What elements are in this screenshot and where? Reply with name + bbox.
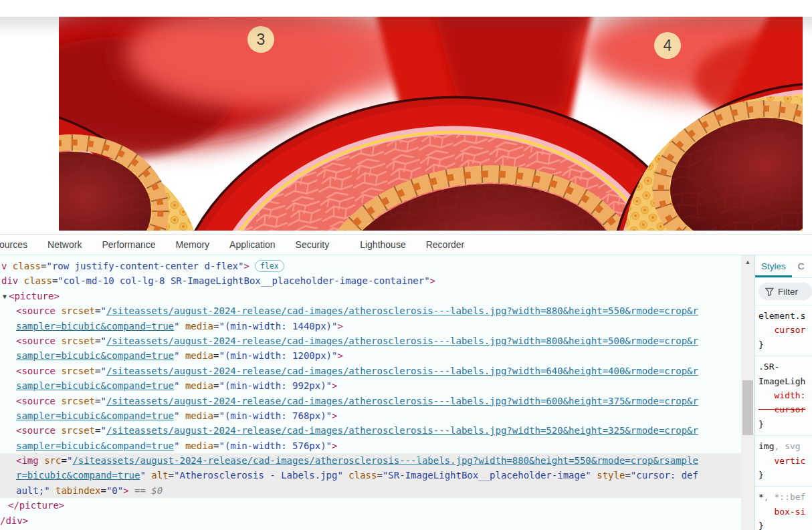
code-token: " (100, 336, 106, 346)
code-token: media (179, 440, 213, 451)
code-line-7[interactable]: sampler=bicubic&compand=true" media="(mi… (0, 348, 741, 363)
code-token: class (343, 470, 377, 481)
code-line-16[interactable]: ault;" tabindex="0"> == $0 (0, 483, 741, 498)
code-token: media (179, 410, 213, 421)
code-token: media (179, 321, 213, 332)
scrollbar-thumb[interactable] (742, 380, 753, 435)
code-line-10[interactable]: <source srcset="/siteassets/august-2024-… (0, 394, 741, 408)
code-line-14[interactable]: <img src="/siteassets/august-2024-releas… (0, 453, 741, 468)
code-line-6[interactable]: <source srcset="/siteassets/august-2024-… (0, 334, 741, 348)
code-token: sampler=bicubic&compand=true (16, 321, 174, 332)
devtools-tab-ources[interactable]: ources (0, 239, 37, 250)
code-token: = (377, 470, 382, 481)
code-token: style (591, 470, 625, 481)
styles-filter-input[interactable]: Filter (758, 283, 812, 300)
style-rule-4[interactable]: *, *::bef box-si} (755, 487, 812, 530)
code-token: $0 (151, 485, 163, 496)
code-token: src (39, 455, 62, 466)
code-token: <source (16, 396, 56, 406)
flex-badge[interactable]: flex (255, 260, 284, 272)
code-token: <source (16, 366, 56, 376)
style-rule-1[interactable]: element.s cursor} (755, 305, 812, 356)
styles-tabs: Styles C (755, 255, 812, 278)
code-line-2[interactable]: div class="col-md-10 col-lg-8 SR-ImageLi… (0, 273, 741, 288)
code-token: tabindex (50, 485, 101, 496)
style-token: } (758, 419, 764, 429)
webpage-viewport: 3 4 (0, 0, 812, 234)
code-line-8[interactable]: <source srcset="/siteassets/august-2024-… (0, 364, 741, 378)
code-token: == (129, 485, 152, 496)
style-token: element.s (758, 311, 805, 321)
code-token: > (123, 485, 128, 496)
devtools-tab-recorder[interactable]: Recorder (416, 239, 475, 250)
code-token: sampler=bicubic&compand=true (16, 410, 174, 421)
code-token: /div> (0, 515, 28, 526)
code-token: "cursor: def (631, 470, 698, 481)
style-rule-2[interactable]: .SR-ImageLigh width: cursor} (755, 356, 812, 436)
code-token: /siteassets/august-2024-release/cad-imag… (106, 425, 698, 436)
elements-scrollbar[interactable]: ▲ (741, 255, 754, 530)
elements-tree[interactable]: v class="row justify-content-center d-fl… (0, 255, 741, 530)
code-line-5[interactable]: sampler=bicubic&compand=true" media="(mi… (0, 319, 741, 334)
code-token: " (100, 396, 106, 406)
code-token: /siteassets/august-2024-release/cad-imag… (106, 305, 698, 316)
artery-label-3: 3 (247, 26, 274, 53)
code-token: "(min-width: 576px)" (219, 440, 332, 451)
devtools-tab-performance[interactable]: Performance (92, 239, 165, 250)
code-line-18[interactable]: /div> (0, 513, 741, 528)
code-token: "(min-width: 992px)" (219, 380, 332, 391)
atherosclerosis-illustration-image[interactable]: 3 4 (59, 17, 803, 231)
artery-graphic (59, 17, 803, 231)
code-token: > (332, 380, 337, 391)
code-line-17[interactable]: </picture> (0, 498, 741, 513)
code-token: media (179, 350, 213, 361)
code-line-15[interactable]: r=bicubic&compand=true" alt="Atheroscler… (0, 468, 741, 483)
devtools-tab-application[interactable]: Application (219, 239, 286, 250)
code-token: srcset (56, 366, 95, 376)
code-token: srcset (56, 336, 95, 346)
expand-arrow-icon[interactable]: ▼ (3, 293, 7, 300)
scroll-up-arrow-icon[interactable]: ▲ (741, 255, 754, 269)
code-token: <source (16, 305, 56, 316)
browser-window: 3 4 ourcesNetworkPerformanceMemoryApplic… (0, 0, 812, 530)
devtools-panel: ourcesNetworkPerformanceMemoryApplicatio… (0, 234, 812, 530)
filter-placeholder: Filter (778, 287, 798, 297)
code-token: " (100, 366, 106, 376)
code-token: "SR-ImageLightBox__placeholder-image" (383, 470, 591, 481)
code-token: > (243, 261, 249, 271)
code-token: <img (16, 455, 39, 466)
style-token: } (758, 521, 764, 530)
code-token: ault;" (16, 485, 50, 496)
filter-funnel-icon (765, 287, 774, 296)
code-line-12[interactable]: <source srcset="/siteassets/august-2024-… (0, 423, 741, 438)
style-token: ImageLigh (758, 376, 805, 386)
style-token: width: (758, 390, 805, 400)
styles-rules: element.s cursor}.SR-ImageLigh width: cu… (755, 305, 812, 530)
code-token: " (100, 305, 106, 316)
code-line-13[interactable]: sampler=bicubic&compand=true" media="(mi… (0, 438, 741, 453)
code-token: </picture> (8, 500, 64, 511)
code-line-4[interactable]: <source srcset="/siteassets/august-2024-… (0, 303, 741, 318)
tab-styles[interactable]: Styles (755, 255, 792, 277)
code-line-11[interactable]: sampler=bicubic&compand=true" media="(mi… (0, 408, 741, 423)
tab-computed-partial[interactable]: C (792, 255, 811, 277)
code-token: "(min-width: 1200px)" (219, 350, 337, 361)
code-line-3[interactable]: ▼<picture> (0, 289, 741, 303)
style-rule-3[interactable]: img, svg vertic} (755, 436, 812, 487)
code-token: = (169, 470, 174, 481)
code-line-1[interactable]: v class="row justify-content-center d-fl… (0, 259, 741, 273)
code-token: "col-md-10 col-lg-8 SR-ImageLightBox__pl… (58, 275, 429, 286)
code-token: > (332, 440, 337, 451)
code-token: <source (16, 336, 56, 346)
label-3-text: 3 (257, 31, 266, 49)
devtools-main: v class="row justify-content-center d-fl… (0, 255, 812, 530)
devtools-tab-network[interactable]: Network (37, 239, 92, 250)
code-token: srcset (56, 396, 95, 406)
code-line-9[interactable]: sampler=bicubic&compand=true" media="(mi… (0, 378, 741, 393)
code-token: > (430, 275, 435, 286)
code-token: = (100, 485, 106, 496)
code-token: sampler=bicubic&compand=true (16, 350, 174, 361)
devtools-tab-security[interactable]: Security (286, 239, 340, 250)
devtools-tab-memory[interactable]: Memory (166, 239, 220, 250)
devtools-tab-lighthouse[interactable]: Lighthouse (350, 239, 416, 250)
